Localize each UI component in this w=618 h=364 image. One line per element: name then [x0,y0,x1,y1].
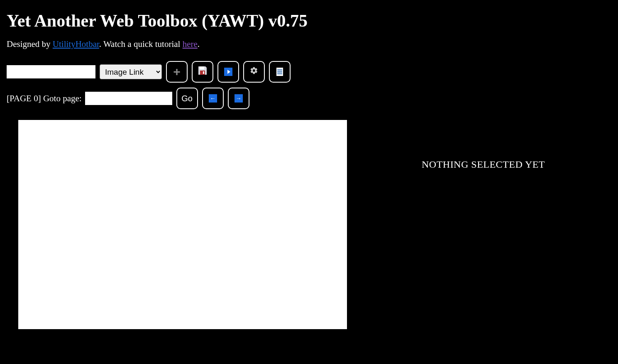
subtitle-suffix: . [198,39,200,49]
url-input[interactable] [7,65,95,78]
subtitle-middle: . Watch a quick tutorial [99,39,183,49]
svg-rect-3 [203,71,204,74]
settings-button[interactable] [243,61,265,83]
play-icon [224,68,232,76]
main-area: NOTHING SELECTED YET [7,120,611,329]
next-page-button[interactable]: → [228,88,249,109]
page-indicator-group: [PAGE 0] Goto page: [7,92,172,105]
document-icon [276,68,283,76]
designed-prefix: Designed by [7,39,53,49]
arrow-left-icon: ← [209,94,217,103]
page-title: Yet Another Web Toolbox (YAWT) v0.75 [7,11,611,31]
save-button[interactable] [192,61,213,83]
selection-panel: NOTHING SELECTED YET [355,120,611,170]
svg-rect-1 [200,66,204,69]
prev-page-button[interactable]: ← [202,88,224,109]
tutorial-link[interactable]: here [183,39,198,49]
plus-icon: + [173,66,181,78]
arrow-right-icon: → [234,94,243,103]
floppy-disk-icon [198,66,207,77]
toolbar-row-1: Image Link + [7,61,611,83]
type-select[interactable]: Image Link [100,64,162,79]
go-button[interactable]: Go [176,88,198,109]
empty-selection-message: NOTHING SELECTED YET [422,159,545,170]
author-link[interactable]: UtilityHotbar [53,39,99,49]
page-number: 0 [34,93,38,103]
subtitle: Designed by UtilityHotbar. Watch a quick… [7,39,611,49]
page-prefix: [PAGE [7,93,34,103]
canvas-area[interactable] [18,120,347,329]
goto-page-input[interactable] [85,92,172,105]
play-button[interactable] [217,61,239,83]
add-button[interactable]: + [166,61,188,83]
page-indicator: [PAGE 0] Goto page: [7,93,82,104]
page-suffix: ] Goto page: [38,93,82,103]
gear-icon [250,66,258,77]
toolbar-row-2: [PAGE 0] Goto page: Go ← → [7,88,611,109]
svg-rect-2 [200,71,205,75]
document-button[interactable] [269,61,291,83]
